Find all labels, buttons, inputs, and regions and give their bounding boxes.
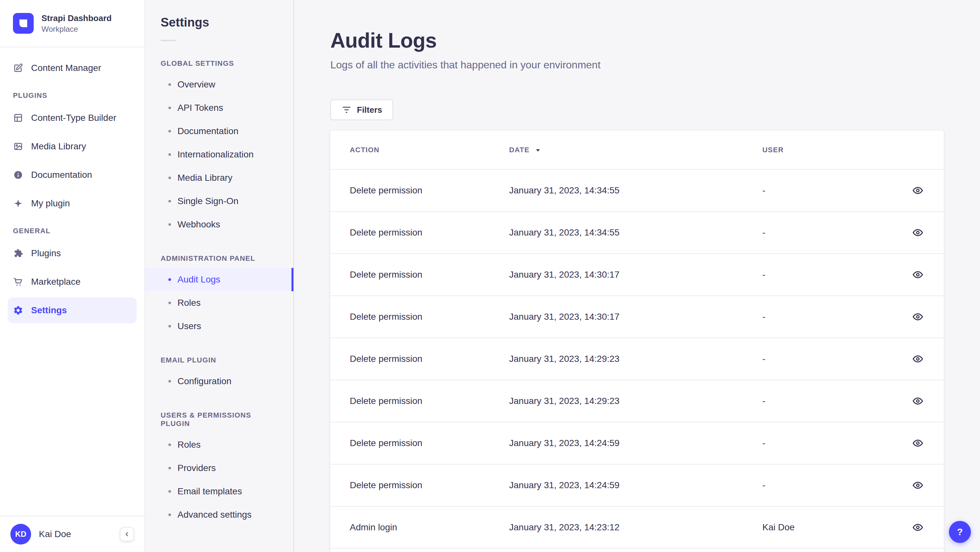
- settings-menu-item[interactable]: Media Library: [145, 166, 293, 189]
- page-subtitle: Logs of all the activities that happened…: [330, 59, 944, 71]
- sidebar-item-documentation[interactable]: Documentation: [8, 162, 137, 188]
- settings-section-title: ADMINISTRATION PANEL: [145, 254, 293, 263]
- settings-menu-item-label: Providers: [178, 463, 216, 473]
- bullet-icon: [169, 153, 171, 156]
- settings-menu: Roles Providers Email templates: [145, 433, 293, 527]
- bullet-icon: [169, 200, 171, 202]
- table-row[interactable]: Delete permission January 31, 2023, 14:3…: [330, 254, 944, 296]
- column-header-date-label: DATE: [509, 146, 530, 154]
- settings-menu-item[interactable]: Advanced settings: [145, 503, 293, 527]
- bullet-icon: [169, 177, 171, 179]
- sidebar-item-media-library[interactable]: Media Library: [8, 134, 137, 159]
- settings-menu-item-label: Configuration: [178, 376, 232, 387]
- settings-menu-item[interactable]: Documentation: [145, 119, 293, 143]
- table-body: Delete permission January 31, 2023, 14:3…: [330, 169, 944, 549]
- settings-menu-item-label: Media Library: [178, 173, 232, 183]
- sort-by-date-button[interactable]: DATE: [509, 145, 542, 154]
- table-row[interactable]: Delete permission January 31, 2023, 14:2…: [330, 380, 944, 422]
- sidebar-item-label: Plugins: [31, 248, 61, 259]
- view-log-button[interactable]: [909, 518, 927, 536]
- bullet-icon: [169, 130, 171, 132]
- column-header-action: ACTION: [330, 130, 490, 169]
- settings-menu-item[interactable]: Single Sign-On: [145, 189, 293, 213]
- cell-action: Delete permission: [330, 422, 490, 464]
- settings-menu-item[interactable]: Providers: [145, 457, 293, 480]
- sidebar-item-label: Marketplace: [31, 277, 81, 287]
- table-row[interactable]: Delete permission January 31, 2023, 14:2…: [330, 338, 944, 380]
- cell-action: Delete permission: [330, 254, 490, 296]
- view-log-button[interactable]: [909, 392, 927, 410]
- cell-user: -: [743, 338, 889, 380]
- bullet-icon: [169, 514, 171, 516]
- settings-menu-item[interactable]: Configuration: [145, 370, 293, 393]
- settings-section-users-permissions: USERS & PERMISSIONS PLUGIN Roles Provide…: [145, 411, 293, 527]
- settings-menu-item[interactable]: Roles: [145, 433, 293, 457]
- filters-button[interactable]: Filters: [330, 99, 393, 120]
- sidebar-item-marketplace[interactable]: Marketplace: [8, 269, 137, 295]
- view-log-button[interactable]: [909, 224, 927, 242]
- cell-actions: [889, 506, 944, 549]
- settings-menu-item-label: Single Sign-On: [178, 196, 239, 206]
- cell-date: January 31, 2023, 14:29:23: [490, 338, 743, 380]
- cell-action: Delete permission: [330, 296, 490, 338]
- main-content: Audit Logs Logs of all the activities th…: [294, 0, 980, 552]
- collapse-sidebar-button[interactable]: [120, 527, 134, 541]
- pencil-square-icon: [13, 63, 23, 73]
- column-header-date: DATE: [490, 130, 743, 169]
- sidebar-footer: KD Kai Doe: [0, 516, 145, 552]
- eye-icon: [912, 227, 924, 239]
- eye-icon: [912, 353, 924, 365]
- settings-menu-item[interactable]: Email templates: [145, 480, 293, 503]
- table-row[interactable]: Delete permission January 31, 2023, 14:3…: [330, 296, 944, 338]
- cell-date: January 31, 2023, 14:30:17: [490, 296, 743, 338]
- table-row[interactable]: Delete permission January 31, 2023, 14:3…: [330, 169, 944, 212]
- settings-menu-item[interactable]: Internationalization: [145, 143, 293, 166]
- table-header-row: ACTION DATE USER: [330, 130, 944, 169]
- sidebar-item-my-plugin[interactable]: My plugin: [8, 191, 137, 216]
- eye-icon: [912, 437, 924, 449]
- bullet-icon: [169, 107, 171, 109]
- table-row[interactable]: Delete permission January 31, 2023, 14:2…: [330, 422, 944, 464]
- cell-date: January 31, 2023, 14:34:55: [490, 212, 743, 254]
- settings-section-global: GLOBAL SETTINGS Overview API Tokens: [145, 59, 293, 236]
- sidebar-item-settings[interactable]: Settings: [8, 297, 137, 323]
- bullet-icon: [169, 490, 171, 493]
- sidebar-item-content-manager[interactable]: Content Manager: [8, 55, 137, 81]
- cart-icon: [13, 277, 23, 287]
- settings-menu-item[interactable]: Webhooks: [145, 213, 293, 236]
- settings-menu-item-label: Roles: [178, 440, 201, 450]
- settings-section-title: EMAIL PLUGIN: [145, 356, 293, 364]
- table-row[interactable]: Delete permission January 31, 2023, 14:3…: [330, 212, 944, 254]
- sidebar-item-plugins[interactable]: Plugins: [8, 240, 137, 266]
- view-log-button[interactable]: [909, 266, 927, 284]
- view-log-button[interactable]: [909, 308, 927, 326]
- settings-section-title: USERS & PERMISSIONS PLUGIN: [145, 411, 293, 428]
- eye-icon: [912, 395, 924, 407]
- help-button[interactable]: ?: [949, 521, 971, 543]
- column-header-user: USER: [743, 130, 889, 169]
- settings-section-email: EMAIL PLUGIN Configuration: [145, 356, 293, 393]
- view-log-button[interactable]: [909, 350, 927, 368]
- audit-logs-table: ACTION DATE USER: [330, 130, 944, 549]
- divider: [161, 40, 176, 41]
- cell-actions: [889, 422, 944, 464]
- workspace-switcher[interactable]: Strapi Dashboard Workplace: [0, 0, 145, 47]
- bullet-icon: [169, 444, 171, 446]
- table-row[interactable]: Admin login January 31, 2023, 14:23:12 K…: [330, 506, 944, 549]
- table-row[interactable]: Delete permission January 31, 2023, 14:2…: [330, 464, 944, 506]
- settings-menu-item[interactable]: Roles: [145, 291, 293, 315]
- cell-date: January 31, 2023, 14:24:59: [490, 422, 743, 464]
- view-log-button[interactable]: [909, 476, 927, 494]
- eye-icon: [912, 185, 924, 196]
- settings-menu-item[interactable]: Overview: [145, 73, 293, 96]
- sidebar-nav: Content Manager PLUGINS Content-Type Bui…: [0, 47, 145, 516]
- sidebar-item-content-type-builder[interactable]: Content-Type Builder: [8, 105, 137, 131]
- settings-menu-item[interactable]: API Tokens: [145, 96, 293, 119]
- avatar[interactable]: KD: [10, 524, 31, 544]
- cell-action: Delete permission: [330, 338, 490, 380]
- view-log-button[interactable]: [909, 434, 927, 452]
- settings-menu-item[interactable]: Users: [145, 315, 293, 338]
- view-log-button[interactable]: [909, 181, 927, 200]
- sidebar-section-plugins: PLUGINS: [13, 91, 132, 100]
- settings-menu-item[interactable]: Audit Logs: [145, 268, 293, 291]
